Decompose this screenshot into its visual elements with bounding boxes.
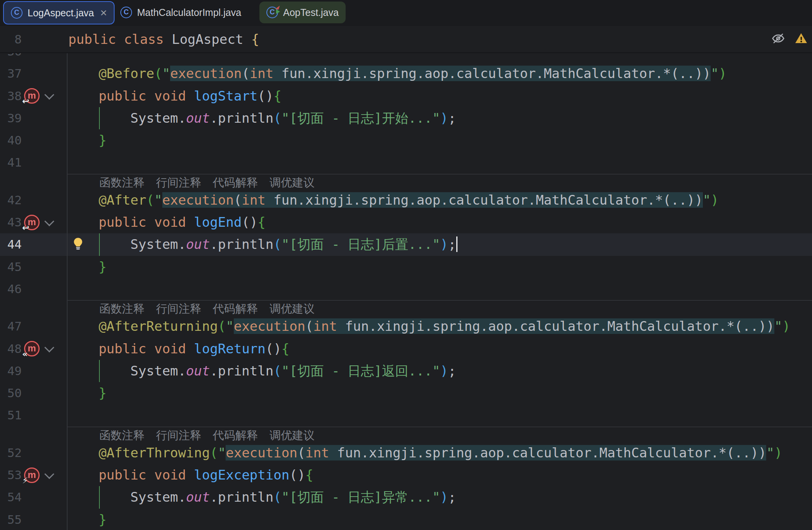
code-token: "[切面 - 日志]异常..." <box>282 489 440 505</box>
java-test-class-icon: C <box>266 7 278 18</box>
code-token: public <box>99 214 146 230</box>
code-line-text[interactable]: @Before("execution(int fun.xingji.spring… <box>67 63 812 85</box>
gutter: 53m⚡ <box>0 464 67 486</box>
code-token: " <box>218 445 226 460</box>
line-number: 50 <box>0 382 22 404</box>
code-token: "[切面 - 日志]后置..." <box>282 236 440 252</box>
gutter-separator <box>67 52 68 530</box>
warnings-indicator-icon[interactable] <box>794 31 808 47</box>
gutter: 39 <box>0 107 67 129</box>
code-line: 40 } <box>0 129 812 151</box>
code-token: fun.xingji.spring.aop.calculator.MathCal… <box>266 192 703 208</box>
code-token <box>67 132 99 148</box>
code-token: public <box>99 341 146 356</box>
tab-mathcalculatorimpl-java[interactable]: CMathCalculatorImpl.java <box>113 2 248 23</box>
gutter: 46 <box>0 278 67 300</box>
code-token: ( <box>218 318 226 334</box>
ai-hint-action[interactable]: 函数注释 <box>99 176 144 189</box>
method-ai-gutter-icon[interactable]: m« <box>24 341 40 356</box>
code-token <box>67 489 130 505</box>
code-line-text[interactable] <box>67 278 812 300</box>
code-line-text[interactable]: @After("execution(int fun.xingji.spring.… <box>67 189 812 211</box>
code-line-text[interactable]: public void logStart(){ <box>67 85 812 107</box>
code-line: 49 System.out.println("[切面 - 日志]返回..."); <box>0 360 812 382</box>
code-line-text[interactable]: } <box>67 256 812 278</box>
fold-chevron-icon[interactable] <box>44 469 54 479</box>
code-token: @Before <box>99 66 154 81</box>
text-caret <box>456 236 457 252</box>
ai-hint-action[interactable]: 调优建议 <box>270 429 315 441</box>
code-token: execution <box>226 445 297 460</box>
indent-guide <box>99 233 100 255</box>
code-line-text[interactable]: } <box>67 509 812 530</box>
ai-hint-actions[interactable]: 函数注释行间注释代码解释调优建议 <box>67 300 812 315</box>
code-token: ; <box>448 489 456 505</box>
inlay-hints-eye-off-icon[interactable] <box>771 31 786 47</box>
code-token <box>116 31 124 47</box>
ai-hint-action[interactable]: 调优建议 <box>270 302 315 315</box>
code-token: } <box>99 132 106 148</box>
class-declaration-code[interactable]: public class LogAspect { <box>68 31 259 47</box>
code-line-text[interactable]: public void logException(){ <box>67 464 812 486</box>
line-number: 49 <box>0 360 22 382</box>
code-token: System. <box>130 110 186 126</box>
line-number: 45 <box>0 256 22 278</box>
method-ai-gutter-icon[interactable]: m↩ <box>24 88 40 104</box>
code-token: out <box>186 363 210 379</box>
code-line-text[interactable]: System.out.println("[切面 - 日志]开始..."); <box>67 107 812 129</box>
code-line-text[interactable] <box>67 404 812 426</box>
code-line-text[interactable]: @AfterThrowing("execution(int fun.xingji… <box>67 442 812 464</box>
code-line-text[interactable]: System.out.println("[切面 - 日志]异常..."); <box>67 486 812 508</box>
code-line: 52 @AfterThrowing("execution(int fun.xin… <box>0 442 812 464</box>
code-line-text[interactable]: System.out.println("[切面 - 日志]返回..."); <box>67 360 812 382</box>
code-token: { <box>251 31 259 47</box>
ai-hint-action[interactable]: 调优建议 <box>270 176 315 189</box>
ai-hint-actions[interactable]: 函数注释行间注释代码解释调优建议 <box>67 174 812 189</box>
ai-hint-action[interactable]: 函数注释 <box>99 429 144 441</box>
line-number: 53 <box>0 464 22 486</box>
code-line-text[interactable]: public void logEnd(){ <box>67 211 812 233</box>
code-line-text[interactable]: @AfterReturning("execution(int fun.xingj… <box>67 315 812 337</box>
tab-aoptest-java[interactable]: CAopTest.java <box>259 2 346 23</box>
code-token <box>67 88 99 104</box>
tab-close-icon[interactable]: × <box>100 7 107 19</box>
ai-hint-action[interactable]: 代码解释 <box>213 176 258 189</box>
code-line-text[interactable]: } <box>67 382 812 404</box>
code-token: { <box>273 88 281 104</box>
ai-hint-action[interactable]: 代码解释 <box>213 429 258 441</box>
gutter: 41 <box>0 151 67 174</box>
fold-chevron-icon[interactable] <box>44 216 54 226</box>
fold-chevron-icon[interactable] <box>44 90 54 100</box>
ai-hint-action[interactable]: 行间注释 <box>156 429 201 441</box>
ai-hint-action[interactable]: 函数注释 <box>99 302 144 315</box>
code-line-text[interactable] <box>67 151 812 174</box>
indent-guide <box>99 360 100 382</box>
ai-hint-action[interactable]: 代码解释 <box>213 302 258 315</box>
code-line-text[interactable]: } <box>67 129 812 151</box>
line-number: 43 <box>0 211 22 233</box>
code-token: " <box>766 445 774 460</box>
gutter-icon-overlay: ↩ <box>22 97 29 106</box>
code-token: " <box>154 192 162 208</box>
fold-chevron-icon[interactable] <box>44 342 54 352</box>
ai-hint-action[interactable]: 行间注释 <box>156 302 201 315</box>
ai-hint-action[interactable]: 行间注释 <box>156 176 201 189</box>
method-ai-gutter-icon[interactable]: m↩ <box>24 215 40 230</box>
code-line-text[interactable]: System.out.println("[切面 - 日志]后置..."); <box>67 233 812 255</box>
code-line: 42 @After("execution(int fun.xingji.spri… <box>0 189 812 211</box>
line-number: 52 <box>0 442 22 464</box>
gutter: 48m« <box>0 338 67 360</box>
gutter: 47 <box>0 315 67 337</box>
code-token: .println <box>210 236 273 252</box>
code-line-text[interactable]: public void logReturn(){ <box>67 338 812 360</box>
code-token: void <box>154 214 186 230</box>
gutter: 43m↩ <box>0 211 67 233</box>
tab-label: LogAspect.java <box>28 7 94 19</box>
code-token <box>243 31 251 47</box>
tab-logaspect-java[interactable]: CLogAspect.java× <box>3 1 115 24</box>
ai-hint-actions[interactable]: 函数注释行间注释代码解释调优建议 <box>67 427 812 442</box>
code-token: void <box>154 467 186 483</box>
gutter: 49 <box>0 360 67 382</box>
method-ai-gutter-icon[interactable]: m⚡ <box>24 467 40 483</box>
gutter: 50 <box>0 382 67 404</box>
